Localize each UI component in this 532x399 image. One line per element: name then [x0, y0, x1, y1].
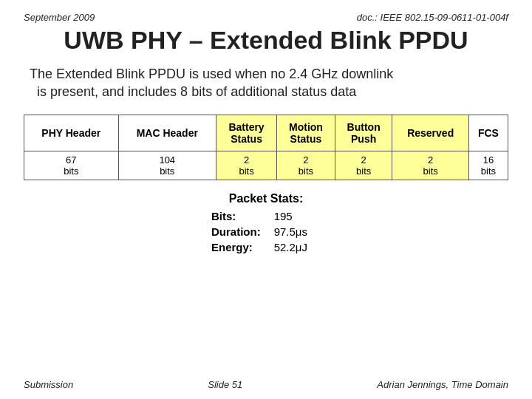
col-mac-header: MAC Header: [118, 115, 216, 151]
table-header-row: PHY Header MAC Header BatteryStatus Moti…: [24, 115, 508, 151]
description-text: The Extended Blink PPDU is used when no …: [24, 65, 508, 101]
ppdu-table: PHY Header MAC Header BatteryStatus Moti…: [24, 115, 508, 180]
col-button-bits: 2bits: [335, 151, 392, 180]
footer-submission: Submission: [24, 379, 73, 390]
col-battery-bits: 2bits: [216, 151, 276, 180]
page-title: UWB PHY – Extended Blink PPDU: [24, 26, 508, 55]
col-motion-bits: 2bits: [277, 151, 335, 180]
footer-author: Adrian Jennings, Time Domain: [377, 379, 508, 390]
stats-row-duration: Duration: 97.5μs: [211, 224, 321, 239]
packet-stats-title: Packet Stats:: [229, 192, 304, 205]
col-reserved-bits: 2bits: [392, 151, 468, 180]
footer-slide: Slide 51: [208, 379, 242, 390]
col-reserved-header: Reserved: [392, 115, 468, 151]
col-phy-bits: 67bits: [24, 151, 119, 180]
header-right: doc.: IEEE 802.15-09-0611-01-004f: [357, 12, 508, 23]
stats-label-bits: Bits:: [211, 208, 274, 224]
col-phy-header: PHY Header: [24, 115, 119, 151]
col-mac-bits: 104bits: [118, 151, 216, 180]
stats-label-energy: Energy:: [211, 239, 274, 255]
stats-value-duration: 97.5μs: [274, 224, 321, 239]
col-fcs-bits: 16bits: [468, 151, 508, 180]
packet-stats-section: Packet Stats: Bits: 195 Duration: 97.5μs…: [24, 192, 508, 255]
stats-row-bits: Bits: 195: [211, 208, 321, 224]
stats-value-energy: 52.2μJ: [274, 239, 321, 255]
table-bits-row: 67bits 104bits 2bits 2bits 2bits 2bits 1…: [24, 151, 508, 180]
col-button-header: ButtonPush: [335, 115, 392, 151]
stats-value-bits: 195: [274, 208, 321, 224]
header-left: September 2009: [24, 12, 95, 23]
stats-label-duration: Duration:: [211, 224, 274, 239]
col-motion-header: MotionStatus: [277, 115, 335, 151]
col-fcs-header: FCS: [468, 115, 508, 151]
stats-table: Bits: 195 Duration: 97.5μs Energy: 52.2μ…: [211, 208, 321, 255]
footer: Submission Slide 51 Adrian Jennings, Tim…: [24, 376, 508, 390]
col-battery-header: BatteryStatus: [216, 115, 276, 151]
stats-row-energy: Energy: 52.2μJ: [211, 239, 321, 255]
